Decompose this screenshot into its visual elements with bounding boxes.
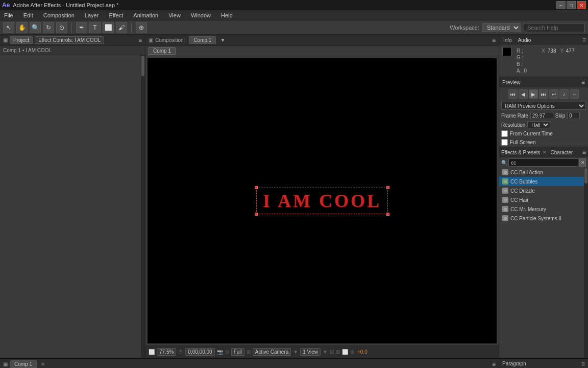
preview-loop-button[interactable]: ↩ — [549, 89, 558, 99]
tool-puppet[interactable]: ⊕ — [136, 22, 147, 33]
tool-rotate[interactable]: ↻ — [43, 22, 54, 33]
tool-text[interactable]: T — [89, 22, 101, 33]
handle-top-right[interactable] — [386, 186, 389, 189]
tool-camera[interactable]: ⊙ — [56, 22, 67, 33]
menu-effect[interactable]: Effect — [107, 11, 125, 19]
info-section: Info Audio ≡ R : G : — [499, 35, 588, 77]
preview-audio-button[interactable]: ♪ — [559, 89, 569, 99]
menu-layer[interactable]: Layer — [83, 11, 101, 19]
effects-search-input[interactable] — [508, 158, 578, 167]
handle-bottom-right[interactable] — [386, 213, 389, 216]
menu-help[interactable]: Help — [219, 11, 235, 19]
tool-select[interactable]: ↖ — [3, 22, 14, 33]
preview-first-frame-button[interactable]: ⏮ — [508, 89, 518, 99]
comp-time-icon: ⏱ — [178, 349, 183, 355]
paragraph-panel-menu-icon[interactable]: ≡ — [581, 360, 585, 367]
frame-rate-input[interactable] — [530, 112, 553, 119]
composition-view[interactable]: I AM COOL — [148, 58, 497, 343]
full-screen-checkbox[interactable] — [501, 139, 508, 146]
tool-hand[interactable]: ✋ — [16, 22, 28, 33]
right-bottom-panel: Paragraph ≡ ≡ ≡ ≡ ≡ ≡ ≡ ≡ ←| px — [499, 359, 588, 368]
comp-tab-comp1[interactable]: Comp 1 — [149, 47, 176, 55]
skip-input[interactable] — [567, 112, 580, 119]
preview-mode-button[interactable]: ↔ — [570, 89, 579, 99]
ram-preview-select[interactable]: RAM Preview Options — [501, 102, 586, 110]
effect-icon: ⊙ — [502, 215, 508, 221]
title-bar-controls[interactable]: − □ ✕ — [556, 1, 586, 9]
workspace-label: Workspace: — [450, 25, 479, 31]
resolution-select[interactable]: Half — [527, 121, 550, 128]
comp-layout-icon2[interactable]: ⊞ — [336, 349, 340, 355]
info-content: R : G : B : A : 0 — [499, 45, 588, 77]
timecode-display[interactable]: 0;00;00;00 — [185, 348, 214, 356]
view-control[interactable]: 1 View — [300, 348, 321, 356]
camera-control[interactable]: Active Camera — [253, 348, 291, 356]
menu-view[interactable]: View — [166, 11, 183, 19]
tool-paint[interactable]: 🖌 — [116, 22, 127, 33]
toolbar: ↖ ✋ 🔍 ↻ ⊙ ✒ T ⬜ 🖌 ⊕ Workspace: Standard — [0, 20, 588, 35]
close-button[interactable]: ✕ — [577, 1, 586, 9]
zoom-control[interactable]: 77.5% — [157, 348, 176, 356]
comp-dropdown-icon[interactable]: ▼ — [293, 349, 298, 355]
paragraph-label: Paragraph — [502, 361, 526, 366]
effect-cc-drizzle[interactable]: ⊙ CC Drizzle — [499, 186, 588, 195]
menu-edit[interactable]: Edit — [21, 11, 35, 19]
tab-timeline-comp1[interactable]: Comp 1 — [10, 360, 37, 368]
effect-cc-bubbles[interactable]: ⊙ CC Bubbles — [499, 177, 588, 186]
preview-step-forward-button[interactable]: ⏭ — [539, 89, 548, 99]
effect-cc-particle-systems[interactable]: ⊙ CC Particle Systems II — [499, 214, 588, 223]
preview-section: Preview ≡ ⏮ ◀ ▶ ⏭ ↩ ♪ ↔ RAM Preview Opti… — [499, 77, 588, 147]
tool-pen[interactable]: ✒ — [76, 22, 87, 33]
effect-cc-mr-mercury[interactable]: ⊙ CC Mr. Mercury — [499, 204, 588, 214]
frame-rate-row: Frame Rate Skip — [499, 111, 588, 120]
comp-bottom-bar: ⬜ 77.5% ⏱ 0;00;00;00 📷 ⊙ Full ⊞ Active C… — [145, 346, 499, 358]
effect-cc-hair[interactable]: ⊙ CC Hair — [499, 195, 588, 204]
comp-view-dropdown-icon[interactable]: ▼ — [323, 349, 328, 355]
minimize-button[interactable]: − — [556, 1, 566, 9]
left-panel-menu-icon[interactable]: ≡ — [138, 37, 142, 44]
tab-audio[interactable]: Audio — [516, 37, 533, 43]
help-search-input[interactable] — [524, 23, 585, 32]
tab-effect-controls[interactable]: Effect Controls: I AM COOL — [35, 36, 104, 44]
comp-layout-icon1[interactable]: ⊟ — [330, 349, 334, 355]
maximize-button[interactable]: □ — [567, 1, 576, 9]
menu-composition[interactable]: Composition — [41, 11, 77, 19]
preview-panel-menu-icon[interactable]: ≡ — [581, 79, 585, 86]
preview-header: Preview ≡ — [499, 77, 588, 87]
effects-panel-menu-icon[interactable]: ≡ — [582, 149, 586, 156]
from-current-checkbox[interactable] — [501, 130, 508, 137]
comp-time-offset: +0.0 — [357, 349, 368, 355]
tool-shape[interactable]: ⬜ — [103, 22, 114, 33]
menu-window[interactable]: Window — [189, 11, 213, 19]
resolution-control[interactable]: Full — [231, 348, 244, 356]
menu-file[interactable]: File — [2, 11, 15, 19]
comp-panel-menu-icon[interactable]: ≡ — [492, 37, 496, 44]
preview-step-back-button[interactable]: ◀ — [519, 89, 528, 99]
left-panel: ▣ Project Effect Controls: I AM COOL ≡ C… — [0, 35, 145, 358]
menu-animation[interactable]: Animation — [131, 11, 160, 19]
character-tab[interactable]: Character — [551, 150, 573, 155]
tab-info[interactable]: Info — [501, 37, 514, 43]
comp-layout-icon3[interactable]: ⬜ — [342, 349, 348, 355]
effect-icon: ⊙ — [502, 206, 508, 212]
handle-bottom-left[interactable] — [255, 213, 258, 216]
workspace-select[interactable]: Standard — [482, 23, 521, 32]
tool-zoom[interactable]: 🔍 — [30, 22, 41, 33]
effects-search-clear-button[interactable]: ✕ — [579, 158, 586, 167]
effects-close-icon[interactable]: ✕ — [543, 150, 547, 155]
effects-scrollbar[interactable] — [584, 168, 588, 358]
resolution-label: Resolution — [501, 122, 525, 128]
toolbar-separator-2 — [131, 22, 132, 33]
comp-header-options[interactable]: ▼ — [220, 37, 225, 43]
tab-comp1[interactable]: Comp 1 — [189, 36, 216, 44]
comp-layout-icon4[interactable]: ⊕ — [350, 349, 354, 355]
info-panel-menu-icon[interactable]: ≡ — [582, 36, 586, 43]
timeline-tab-close-icon[interactable]: ✕ — [41, 361, 45, 367]
handle-top-left[interactable] — [255, 186, 258, 189]
tab-project[interactable]: Project — [10, 36, 33, 44]
info-tabs: Info Audio ≡ — [499, 35, 588, 45]
preview-play-button[interactable]: ▶ — [529, 89, 538, 99]
left-panel-scrollbar[interactable] — [141, 55, 145, 358]
timeline-panel-menu-icon[interactable]: ≡ — [492, 361, 496, 368]
effect-cc-ball-action[interactable]: ⊙ CC Ball Action — [499, 168, 588, 177]
